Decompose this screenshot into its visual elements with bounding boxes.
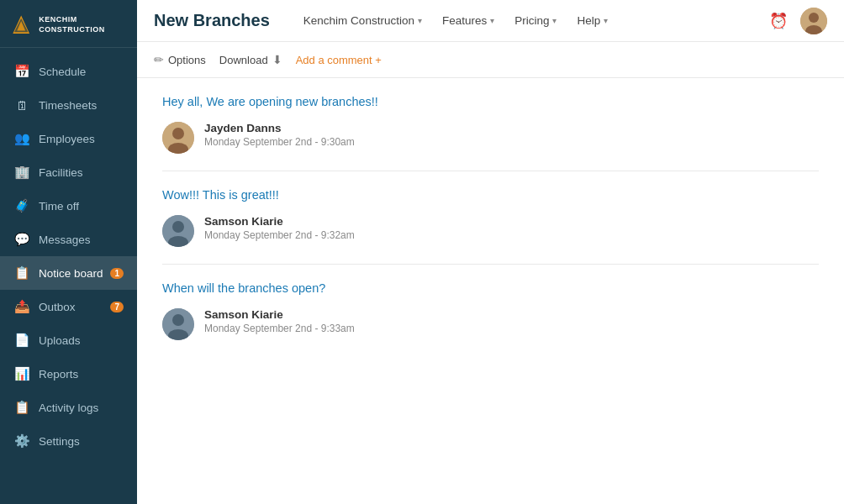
sidebar-item-label: Activity logs [39,402,98,414]
comment-item: Jayden DannsMonday September 2nd - 9:30a… [162,122,819,154]
sidebar: KENCHIM CONSTRUCTION 📅 Schedule 🗓 Timesh… [0,0,137,504]
chevron-down-icon: ▾ [552,16,557,25]
post-entry: Wow!!! This is great!!!Samson KiarieMond… [162,188,819,247]
comment-time: Monday September 2nd - 9:32am [204,229,355,241]
facilities-icon: 🏢 [13,164,30,181]
menu-item-pricing[interactable]: Pricing ▾ [506,9,565,32]
toolbar: ✏ Options Download ⬇ Add a comment + [137,42,844,78]
time-off-icon: 🧳 [13,197,30,214]
sidebar-logo: KENCHIM CONSTRUCTION [0,0,137,48]
top-navigation: New Branches Kenchim Construction ▾ Feat… [137,0,844,42]
post-entry: When will the branches open?Samson Kiari… [162,281,819,340]
topnav-actions: ⏰ [767,8,827,34]
sidebar-item-settings[interactable]: ⚙️ Settings [0,424,137,458]
download-icon: ⬇ [272,53,282,66]
sidebar-nav: 📅 Schedule 🗓 Timesheets 👥 Employees 🏢 Fa… [0,48,137,504]
svg-point-10 [172,221,184,233]
post-title: Wow!!! This is great!!! [162,188,819,202]
timesheets-icon: 🗓 [13,97,30,113]
sidebar-item-label: Outbox [39,301,76,313]
sidebar-badge-notice-board: 1 [110,268,124,279]
svg-point-4 [809,13,819,23]
comment-author: Jayden Danns [204,122,355,134]
menu-item-help[interactable]: Help ▾ [568,9,616,32]
user-avatar[interactable] [800,8,827,34]
post-entry: Hey all, We are opening new branches!!Ja… [162,95,819,154]
comment-item: Samson KiarieMonday September 2nd - 9:32… [162,215,819,247]
sidebar-item-notice-board[interactable]: 📋 Notice board 1 [0,256,137,290]
sidebar-item-label: Settings [39,435,80,448]
comment-time: Monday September 2nd - 9:30am [204,136,355,148]
sidebar-item-employees[interactable]: 👥 Employees [0,122,137,155]
section-divider [162,264,819,265]
chevron-down-icon: ▾ [604,16,608,25]
sidebar-badge-outbox: 7 [110,302,124,312]
add-comment-button[interactable]: Add a comment + [296,54,382,66]
comment-item: Samson KiarieMonday September 2nd - 9:33… [162,308,819,340]
comment-avatar [162,215,194,247]
menu-item-kenchim[interactable]: Kenchim Construction ▾ [295,9,430,32]
post-title: Hey all, We are opening new branches!! [162,95,819,108]
reports-icon: 📊 [13,365,30,382]
sidebar-item-time-off[interactable]: 🧳 Time off [0,189,137,223]
sidebar-item-schedule[interactable]: 📅 Schedule [0,55,137,88]
sidebar-item-uploads[interactable]: 📄 Uploads [0,323,137,357]
comment-meta: Jayden DannsMonday September 2nd - 9:30a… [204,122,355,148]
comment-meta: Samson KiarieMonday September 2nd - 9:32… [204,215,355,241]
topnav-menu: Kenchim Construction ▾ Features ▾ Pricin… [295,9,767,32]
sidebar-item-facilities[interactable]: 🏢 Facilities [0,155,137,189]
sidebar-item-messages[interactable]: 💬 Messages [0,223,137,256]
comment-author: Samson Kiarie [204,215,355,228]
sidebar-item-label: Notice board [39,267,103,280]
chevron-down-icon: ▾ [418,16,422,25]
options-button[interactable]: ✏ Options [154,50,206,69]
comment-time: Monday September 2nd - 9:33am [204,323,355,334]
post-title: When will the branches open? [162,281,819,295]
svg-point-13 [172,314,184,326]
sidebar-item-label: Facilities [39,166,83,179]
svg-point-7 [172,128,184,139]
notice-board-icon: 📋 [13,265,30,281]
section-divider [162,171,819,171]
download-button[interactable]: Download ⬇ [219,50,282,69]
schedule-icon: 📅 [13,63,30,80]
comment-author: Samson Kiarie [204,308,355,321]
comment-avatar [162,308,194,340]
comment-avatar [162,122,194,154]
sidebar-item-timesheets[interactable]: 🗓 Timesheets [0,88,137,122]
sidebar-item-label: Reports [39,368,78,381]
content-area: Hey all, We are opening new branches!!Ja… [137,78,844,504]
brand-name: KENCHIM CONSTRUCTION [39,15,127,34]
settings-icon: ⚙️ [13,433,30,449]
sidebar-item-reports[interactable]: 📊 Reports [0,357,137,391]
sidebar-item-label: Messages [39,234,91,246]
menu-item-features[interactable]: Features ▾ [434,9,503,32]
sidebar-item-label: Schedule [39,66,86,78]
sidebar-item-label: Timesheets [39,99,97,112]
clock-icon[interactable]: ⏰ [767,9,790,33]
pencil-icon: ✏ [154,53,164,66]
outbox-icon: 📤 [13,298,30,315]
activity-logs-icon: 📋 [13,399,30,416]
sidebar-item-label: Time off [39,200,79,213]
main-content: New Branches Kenchim Construction ▾ Feat… [137,0,844,504]
sidebar-item-label: Uploads [39,334,81,347]
comment-meta: Samson KiarieMonday September 2nd - 9:33… [204,308,355,334]
uploads-icon: 📄 [13,332,30,349]
messages-icon: 💬 [13,231,30,248]
chevron-down-icon: ▾ [490,16,494,25]
page-title: New Branches [154,11,270,30]
sidebar-item-label: Employees [39,133,95,145]
sidebar-item-outbox[interactable]: 📤 Outbox 7 [0,290,137,323]
employees-icon: 👥 [13,130,30,147]
sidebar-item-activity-logs[interactable]: 📋 Activity logs [0,391,137,424]
